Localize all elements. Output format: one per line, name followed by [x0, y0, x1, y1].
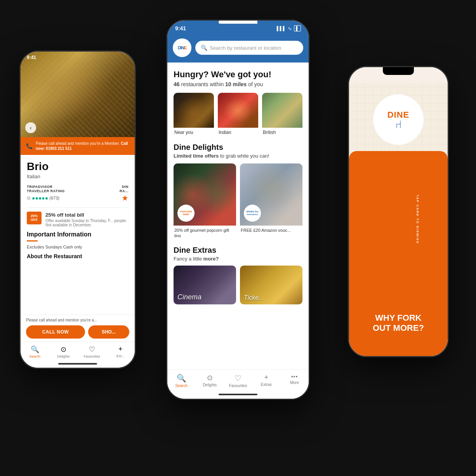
delights-sub-strong: Limited time offers	[174, 153, 219, 159]
dine-logo: DINE	[173, 38, 191, 57]
hero-sub: 46 restaurants within 10 miles of you	[174, 81, 302, 87]
tab-more[interactable]: ••• More	[280, 374, 309, 388]
tab-delights[interactable]: ⊙ Delights	[196, 374, 224, 388]
left-time: 9:41	[27, 55, 36, 60]
tripadvisor-label1: TRIPADVISOR	[27, 185, 74, 189]
left-favourites-label: Favourites	[84, 354, 100, 358]
offer-row: 25% OFF 25% off total bill Offer availab…	[27, 207, 129, 231]
stars-row: ⊙ ●●●●● (673)	[27, 195, 74, 201]
offer-badge: 25% OFF	[27, 212, 42, 225]
tripadvisor-icon: ⊙	[27, 195, 31, 201]
deal-card-popcorn[interactable]: POPCORN SHED 20% off gourmet popcorn gif…	[174, 163, 236, 239]
left-delights-icon: ⊙	[61, 345, 66, 354]
dine-rating-label: DIN	[82, 185, 129, 189]
center-home-indicator	[167, 390, 309, 399]
extra-card-cinema[interactable]: Cinema	[174, 266, 236, 304]
left-tab-favourites[interactable]: ♡ Favourites	[78, 345, 106, 358]
more-tab-icon: •••	[291, 374, 298, 380]
orange-divider	[27, 240, 38, 241]
search-placeholder-text: Search by restaurant or location	[210, 45, 281, 51]
extras-title: Dine Extras	[174, 246, 302, 255]
category-label-indian: Indian	[218, 128, 258, 135]
popcorn-logo-text: POPCORN SHED	[177, 210, 195, 215]
center-status-bar: 9:41 ▌▌▌ ∿ ▌	[167, 21, 309, 35]
right-card: DINE ⑁ WHY FORK OUT MORE? TAP CARD TO DI…	[349, 83, 448, 356]
info-section-title: Important Information	[27, 231, 129, 238]
category-card-near[interactable]: Near you	[174, 93, 214, 135]
tripadvisor-label2: TRAVELLER RATING	[27, 189, 74, 193]
extras-row: Cinema Ticke...	[174, 266, 302, 304]
dine-logo-text: DINE	[178, 45, 186, 50]
hero-section: Hungry? We've got you! 46 restaurants wi…	[174, 69, 302, 135]
star-icons: ●●●●●	[32, 195, 48, 201]
dine-rating-col: DIN RA... ★	[82, 185, 129, 203]
left-extras-label: Ext...	[116, 354, 125, 358]
4paws-logo-text: 4PAWS Pet Insurance	[244, 210, 261, 215]
status-time: 9:41	[175, 25, 186, 31]
category-card-british[interactable]: British	[262, 93, 302, 135]
cta-note: Please call ahead and mention you're a..…	[26, 318, 129, 322]
category-grid: Near you Indian British	[174, 93, 302, 135]
category-img-indian	[218, 93, 258, 128]
info-detail: Excludes Sundays Cash only	[27, 245, 129, 249]
star-count: (673)	[49, 196, 59, 200]
right-tagline: WHY FORK OUT MORE?	[349, 313, 448, 333]
offer-main: 25% off total bill	[45, 212, 84, 218]
pasta-texture	[21, 52, 135, 137]
tagline-line2: OUT MORE?	[357, 323, 440, 333]
dine-circle-logo: DINE ⑁	[373, 94, 424, 145]
category-img-near	[174, 93, 214, 128]
extras-sub-bold: more?	[203, 256, 219, 262]
search-icon: 🔍	[201, 45, 207, 51]
call-reminder-text: Please call ahead and mention you're a M…	[36, 141, 129, 151]
status-icons: ▌▌▌ ∿ ▌	[277, 25, 301, 31]
left-tab-delights[interactable]: ⊙ Delights	[49, 345, 78, 358]
search-bar[interactable]: 🔍 Search by restaurant or location	[195, 41, 303, 55]
restaurant-cuisine: Italian	[27, 174, 129, 179]
call-now-button[interactable]: CALL NOW	[26, 325, 85, 339]
back-button[interactable]: ‹	[25, 122, 36, 133]
left-search-label: Search	[29, 354, 40, 358]
deal-caption-popcorn: 20% off gourmet popcorn gift tins	[174, 226, 236, 239]
left-tab-bar: 🔍 Search ⊙ Delights ♡ Favourites + Ext..…	[21, 342, 135, 360]
fork-icon: ⑁	[395, 118, 402, 131]
delights-tab-icon: ⊙	[207, 374, 213, 382]
deals-row: POPCORN SHED 20% off gourmet popcorn gif…	[174, 163, 302, 239]
delights-sub: Limited time offers to grab while you ca…	[174, 153, 302, 159]
food-hero-image: 9:41 ‹	[21, 52, 135, 137]
left-home-bar	[58, 363, 97, 365]
deal-card-4paws[interactable]: 4PAWS Pet Insurance FREE £20 Amazon vouc…	[240, 163, 302, 239]
call-reminder-bar: 📞 Please call ahead and mention you're a…	[21, 137, 135, 155]
extra-card-tickets[interactable]: Ticke...	[240, 266, 302, 304]
left-content: Brio Italian TRIPADVISOR TRAVELLER RATIN…	[21, 155, 135, 314]
extra-label-cinema: Cinema	[177, 293, 202, 301]
extras-section: Dine Extras Fancy a little more? Cinema	[174, 246, 302, 304]
tab-extras[interactable]: + Extras	[252, 374, 280, 388]
category-label-british: British	[262, 128, 302, 135]
tab-search[interactable]: 🔍 Search	[167, 374, 196, 388]
tab-favourites[interactable]: ♡ Favourites	[224, 374, 252, 388]
extras-sub-pre: Fancy a little	[174, 256, 203, 262]
more-tab-label: More	[290, 380, 299, 385]
tagline-line1: WHY FORK	[357, 313, 440, 323]
offer-off: OFF	[31, 218, 38, 222]
center-tab-bar: 🔍 Search ⊙ Delights ♡ Favourites + Extra…	[167, 369, 309, 390]
delights-section: Dine Delights Limited time offers to gra…	[174, 143, 302, 239]
important-info-section: Important Information Excludes Sundays C…	[27, 231, 129, 249]
extras-sub: Fancy a little more?	[174, 256, 302, 262]
hero-sub-text2: of you	[247, 81, 263, 87]
dine-rating-label2: RA...	[82, 189, 129, 193]
right-tagline-text: WHY FORK OUT MORE?	[357, 313, 440, 333]
extra-overlay-cinema: Cinema	[174, 290, 236, 304]
show-button[interactable]: SHO...	[88, 325, 129, 339]
category-card-indian[interactable]: Indian	[218, 93, 258, 135]
wifi-icon: ∿	[288, 26, 292, 31]
right-phone: DINE ⑁ WHY FORK OUT MORE? TAP CARD TO DI…	[348, 66, 449, 357]
right-notch-area	[349, 67, 448, 83]
left-tab-extras[interactable]: + Ext...	[106, 345, 135, 358]
center-header: DINE 🔍 Search by restaurant or location	[167, 35, 309, 63]
left-tab-search[interactable]: 🔍 Search	[21, 345, 49, 358]
left-delights-label: Delights	[57, 354, 70, 358]
hero-heading: Hungry? We've got you!	[174, 69, 302, 80]
left-phone: 9:41 ‹ 📞 Please call ahead and mention y…	[19, 50, 136, 369]
